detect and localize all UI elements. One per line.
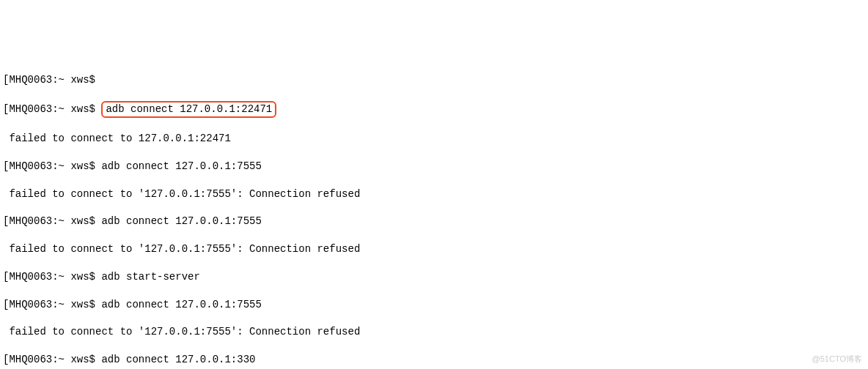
out-fail-22471: failed to connect to 127.0.0.1:22471 — [3, 132, 865, 146]
command-text: adb start-server — [101, 271, 199, 283]
command-text: adb connect 127.0.0.1:330 — [101, 354, 255, 365]
cmd-line-3: [MHQ0063:~ xws$ adb connect 127.0.0.1:75… — [3, 215, 865, 228]
prompt: [MHQ0063:~ xws$ — [3, 354, 101, 365]
command-text: adb connect 127.0.0.1:7555 — [101, 160, 261, 172]
out-fail-7555-c: failed to connect to '127.0.0.1:7555': C… — [3, 325, 865, 339]
highlight-connect-22471: adb connect 127.0.0.1:22471 — [101, 101, 276, 118]
prompt: [MHQ0063:~ xws$ — [3, 299, 101, 310]
cmd-line-6: [MHQ0063:~ xws$ adb connect 127.0.0.1:33… — [3, 353, 865, 367]
command-text: adb connect 127.0.0.1:22471 — [106, 103, 272, 115]
out-fail-7555-b: failed to connect to '127.0.0.1:7555': C… — [3, 242, 865, 256]
prompt: [MHQ0063:~ xws$ — [3, 103, 101, 115]
prompt: [MHQ0063:~ xws$ — [3, 74, 101, 86]
terminal-output: [MHQ0063:~ xws$ [MHQ0063:~ xws$ adb conn… — [3, 60, 865, 369]
watermark: @51CTO博客 — [812, 354, 862, 365]
prompt-line-empty: [MHQ0063:~ xws$ — [3, 73, 865, 87]
out-fail-7555-a: failed to connect to '127.0.0.1:7555': C… — [3, 187, 865, 201]
cmd-line-1: [MHQ0063:~ xws$ adb connect 127.0.0.1:22… — [3, 101, 865, 118]
prompt: [MHQ0063:~ xws$ — [3, 215, 101, 227]
prompt: [MHQ0063:~ xws$ — [3, 160, 101, 172]
cmd-line-2: [MHQ0063:~ xws$ adb connect 127.0.0.1:75… — [3, 160, 865, 174]
command-text: adb connect 127.0.0.1:7555 — [101, 299, 261, 310]
cmd-line-5: [MHQ0063:~ xws$ adb connect 127.0.0.1:75… — [3, 298, 865, 312]
command-text: adb connect 127.0.0.1:7555 — [101, 215, 261, 227]
cmd-line-4: [MHQ0063:~ xws$ adb start-server — [3, 270, 865, 284]
prompt: [MHQ0063:~ xws$ — [3, 271, 101, 283]
